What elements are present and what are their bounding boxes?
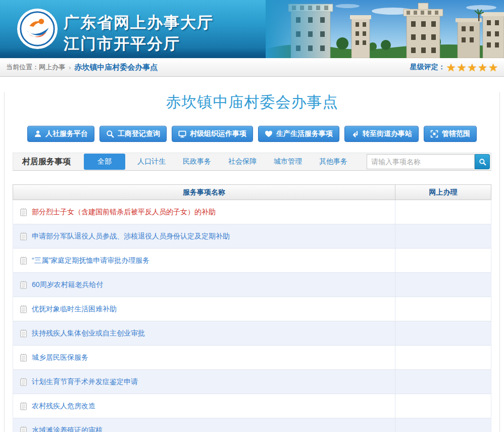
star-icon[interactable]: ★: [488, 62, 498, 73]
site-title: 广东省网上办事大厅 江门市开平分厅: [64, 12, 214, 55]
service-name-cell: 扶持残疾人集体创业或自主创业审批: [13, 321, 395, 345]
service-name-cell: “三属”家庭定期抚恤申请审批办理服务: [13, 249, 395, 272]
breadcrumb-current-page: 赤坎镇中庙村委会办事点: [74, 63, 158, 72]
document-icon: [20, 377, 27, 386]
star-icon[interactable]: ★: [468, 62, 477, 73]
table-row: 计划生育节育手术并发症鉴定申请: [13, 370, 491, 394]
online-handle-cell: [395, 224, 491, 248]
button-village-org-operations[interactable]: 村级组织运作事项: [172, 126, 253, 142]
document-icon: [20, 329, 27, 338]
heart-icon: [265, 130, 273, 138]
search-input[interactable]: [367, 154, 475, 169]
button-label: 生产生活服务事项: [276, 129, 333, 138]
rating-label: 星级评定：: [410, 63, 445, 72]
table-row: 优抚对象临时生活困难补助: [13, 297, 491, 321]
service-item-link[interactable]: 60周岁农村籍老兵给付: [32, 280, 104, 290]
site-title-line1: 广东省网上办事大厅: [64, 12, 214, 33]
service-item-link[interactable]: 城乡居民医保服务: [32, 353, 88, 362]
service-item-link[interactable]: 计划生育节育手术并发症鉴定申请: [32, 377, 138, 387]
star-icon[interactable]: ★: [446, 62, 456, 73]
site-logo[interactable]: [17, 8, 58, 50]
site-title-line2: 江门市开平分厅: [64, 33, 214, 55]
breadcrumb-prefix: 当前位置：: [6, 63, 39, 72]
filter-section-label: 村居服务事项: [22, 157, 71, 167]
page-title: 赤坎镇中庙村委会办事点: [13, 92, 491, 113]
online-handle-cell: [395, 418, 491, 432]
service-item-link[interactable]: 农村残疾人危房改造: [32, 402, 95, 411]
service-filter-bar: 村居服务事项 全部 人口计生 民政事务 社会保障 城市管理 其他事务: [13, 153, 491, 171]
table-row: 60周岁农村籍老兵给付: [13, 273, 491, 297]
service-item-link[interactable]: 优抚对象临时生活困难补助: [32, 305, 117, 314]
button-go-to-street-office[interactable]: 转至街道办事站: [344, 126, 419, 142]
online-handle-cell: [395, 370, 491, 394]
tab-social-security[interactable]: 社会保障: [228, 157, 257, 166]
service-items-table: 服务事项名称 网上办理 部分烈士子女（含建国前错杀后被平反人员的子女）的补助: [13, 184, 491, 432]
table-row: 扶持残疾人集体创业或自主创业审批: [13, 321, 491, 346]
button-production-life-services[interactable]: 生产生活服务事项: [258, 126, 339, 142]
breadcrumb-link-online-services[interactable]: 网上办事: [39, 63, 65, 72]
service-item-link[interactable]: 扶持残疾人集体创业或自主创业审批: [32, 329, 145, 338]
online-handle-cell: [395, 273, 491, 297]
service-name-cell: 60周岁农村籍老兵给付: [13, 273, 395, 297]
star-icon[interactable]: ★: [478, 62, 487, 73]
service-item-link[interactable]: 申请部分军队退役人员参战、涉核退役人员身份认定及定期补助: [32, 232, 230, 241]
table-row: 部分烈士子女（含建国前错杀后被平反人员的子女）的补助: [13, 200, 491, 224]
online-handle-cell: [395, 297, 491, 321]
table-header-row: 服务事项名称 网上办理: [13, 184, 491, 200]
button-label: 人社服务平台: [45, 129, 88, 138]
star-icon[interactable]: ★: [457, 62, 467, 73]
online-handle-cell: [395, 321, 491, 345]
document-icon: [20, 208, 27, 216]
toolbar: 人社服务平台 工商登记查询 村级组织运作事项 生产生活服务事项 转至街道办事站: [13, 126, 491, 142]
search-icon: [479, 158, 486, 166]
person-icon: [34, 130, 42, 138]
document-icon: [20, 280, 27, 289]
tab-civil-affairs[interactable]: 民政事务: [183, 157, 211, 166]
button-business-registration-query[interactable]: 工商登记查询: [99, 126, 167, 142]
button-jurisdiction-scope[interactable]: 管辖范围: [424, 126, 477, 142]
photo-fade-overlay: [266, 0, 332, 58]
service-item-link[interactable]: 部分烈士子女（含建国前错杀后被平反人员的子女）的补助: [32, 208, 216, 217]
online-handle-cell: [395, 200, 491, 224]
document-icon: [20, 232, 27, 241]
button-label: 管辖范围: [442, 129, 470, 138]
button-hr-service-platform[interactable]: 人社服务平台: [27, 126, 94, 142]
breadcrumb-separator: ›: [69, 64, 71, 71]
site-banner: 广东省网上办事大厅 江门市开平分厅: [0, 0, 504, 58]
search-group: [367, 154, 490, 169]
table-body: 部分烈士子女（含建国前错杀后被平反人员的子女）的补助 申请部分军队退役人员参战、…: [13, 200, 491, 432]
column-header-service-name: 服务事项名称: [13, 185, 395, 200]
tab-all[interactable]: 全部: [84, 154, 125, 170]
service-name-cell: 城乡居民医保服务: [13, 346, 395, 369]
return-arrow-icon: [351, 130, 359, 138]
search-icon: [106, 130, 114, 138]
star-rating: ★★★★★: [445, 62, 498, 73]
expand-icon: [430, 130, 438, 138]
online-handle-cell: [395, 249, 491, 272]
online-handle-cell: [395, 346, 491, 369]
service-item-link[interactable]: “三属”家庭定期抚恤申请审批办理服务: [32, 256, 149, 265]
table-row: 农村残疾人危房改造: [13, 394, 491, 418]
table-row: 水域滩涂养殖证的审核: [13, 418, 491, 432]
document-icon: [20, 305, 27, 313]
online-handle-cell: [395, 394, 491, 418]
service-item-link[interactable]: 水域滩涂养殖证的审核: [32, 426, 103, 432]
tab-population-family-planning[interactable]: 人口计生: [137, 157, 166, 166]
main-content: 赤坎镇中庙村委会办事点 人社服务平台 工商登记查询 村级组织运作事项 生产生活服…: [4, 92, 500, 432]
button-label: 村级组织运作事项: [190, 129, 246, 138]
tab-city-management[interactable]: 城市管理: [274, 157, 302, 166]
document-icon: [20, 426, 27, 432]
service-name-cell: 申请部分军队退役人员参战、涉核退役人员身份认定及定期补助: [13, 224, 395, 248]
tab-other-affairs[interactable]: 其他事务: [319, 157, 347, 166]
document-icon: [20, 256, 27, 265]
star-rating-block: 星级评定： ★★★★★: [410, 62, 498, 73]
button-label: 转至街道办事站: [363, 129, 412, 138]
table-row: “三属”家庭定期抚恤申请审批办理服务: [13, 249, 491, 273]
search-button[interactable]: [475, 154, 490, 169]
service-name-cell: 农村残疾人危房改造: [13, 394, 395, 418]
document-icon: [20, 353, 27, 362]
button-label: 工商登记查询: [118, 129, 160, 138]
breadcrumb: 当前位置： 网上办事 › 赤坎镇中庙村委会办事点: [6, 63, 158, 72]
service-name-cell: 水域滩涂养殖证的审核: [13, 418, 395, 432]
service-name-cell: 优抚对象临时生活困难补助: [13, 297, 395, 321]
